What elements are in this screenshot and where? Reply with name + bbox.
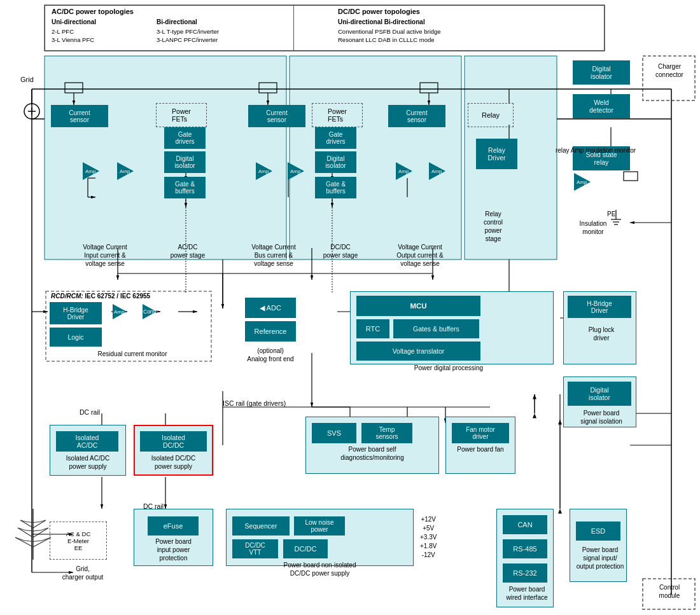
comp-rcm: Comp: [141, 304, 165, 321]
mcu-block: MCU: [356, 296, 480, 316]
amp2-left: Amp: [116, 162, 148, 181]
insulation-monitor-label: Insulationmonitor: [561, 219, 625, 236]
dc-uni-bi-label: Uni-directional Bi-directional: [338, 18, 425, 25]
esd-block: ESD: [576, 522, 620, 541]
power-board-signal-isolation-label: Power boardsignal isolation: [563, 409, 640, 425]
uni-items: 2-L PFC3-L Vienna PFC: [52, 27, 94, 45]
h-bridge-driver-2: H-BridgeDriver: [568, 296, 631, 318]
svg-text:Amp: Amp: [120, 169, 130, 174]
power-board-non-isolated-label: Power board non-isolatedDC/DC power supp…: [226, 561, 414, 577]
efuse-block: eFuse: [148, 516, 199, 536]
grid-label: Grid: [20, 75, 34, 84]
svg-rect-18: [259, 83, 277, 93]
control-module-label: Controlmodule: [645, 583, 694, 600]
dc-items: Conventional PSFB Dual active bridgeReso…: [338, 27, 441, 45]
svg-line-29: [33, 528, 48, 537]
amp2-right: Amp: [428, 162, 459, 181]
unidirectional-label: Uni-directional: [52, 18, 96, 25]
relay-box: Relay: [468, 103, 514, 127]
svg-line-31: [33, 537, 51, 547]
rs232-block: RS-232: [503, 563, 547, 583]
ac-dc-power-stage-label: AC/DCpower stage: [159, 243, 216, 259]
amp-rcm: Amp: [111, 304, 136, 321]
svg-text:Amp: Amp: [258, 169, 269, 174]
dc-dc-title: DC/DC power topologies: [338, 8, 420, 15]
voltage-current-output-label: Voltage CurrentOutput current &voltage s…: [382, 243, 458, 268]
voltage-current-bus-label: Voltage CurrentBus current &voltage sens…: [239, 243, 309, 268]
power-board-fan-label: Power board fan: [445, 445, 515, 453]
ac-dc-e-meter-box: AC & DCE-MeterEE: [50, 522, 107, 560]
can-block: CAN: [503, 515, 547, 534]
power-board-signal-input-output-label: Power boardsignal input/output protectio…: [568, 546, 632, 570]
svg-text:Amp: Amp: [290, 169, 301, 174]
isc-rail-label: ISC rail (gate drivers): [223, 399, 286, 408]
amp-solid-state: Amp: [573, 173, 605, 192]
logic-block: Logic: [50, 328, 102, 347]
plug-lock-driver-label: Plug lockdriver: [566, 326, 636, 342]
amp1-right: Amp: [395, 162, 426, 181]
power-board-wired-interface-label: Power boardwired interface: [495, 585, 559, 602]
power-fets-1: PowerFETs: [156, 103, 207, 127]
digital-isolator-2: Digitalisolator: [315, 151, 356, 173]
dc-dc-vtt-block: DC/DCVTT: [232, 539, 278, 558]
isolated-ac-dc-block: IsolatedAC/DC: [56, 431, 118, 452]
gates-buffers-block: Gates & buffers: [393, 319, 479, 338]
power-digital-processing-label: Power digital processing: [350, 364, 547, 372]
diagram-container: AC/DC power topologies DC/DC power topol…: [0, 0, 700, 615]
svg-line-26: [20, 520, 33, 528]
gate-drivers-2: Gatedrivers: [315, 127, 356, 149]
isolated-ac-dc-label: Isolated AC/DCpower supply: [50, 454, 126, 471]
digital-isolator-top-right: Digitalisolator: [573, 60, 630, 85]
svg-text:Amp: Amp: [398, 169, 409, 174]
current-sensor-2: Currentsensor: [248, 105, 305, 127]
svg-text:Amp: Amp: [431, 169, 442, 174]
residual-current-monitor-label: Residual current monitor: [50, 350, 215, 358]
svg-text:Amp: Amp: [577, 179, 587, 185]
dc-dc-power-stage-label: DC/DCpower stage: [312, 243, 369, 259]
svg-text:Comp: Comp: [143, 308, 158, 315]
reference-block: Reference: [245, 321, 296, 342]
isolated-dc-dc-label: Isolated DC/DCpower supply: [134, 454, 213, 471]
isolated-dc-dc-block: IsolatedDC/DC: [140, 431, 207, 452]
relay-amp-insulation-label: relay Amp Insulation monitor: [554, 146, 637, 155]
analog-front-end-label: (optional)Analog front end: [235, 347, 305, 363]
svs-block: SVS: [312, 423, 356, 443]
weld-detector: Welddetector: [573, 94, 630, 118]
temp-sensors-block: Tempsensors: [361, 423, 412, 443]
gate-buffers-2: Gate &buffers: [315, 177, 356, 198]
svg-point-8: [24, 104, 39, 119]
amp1-mid: Amp: [255, 162, 286, 181]
rs485-block: RS-485: [503, 539, 547, 558]
sequencer-block: Sequencer: [232, 516, 290, 536]
rtc-block: RTC: [356, 319, 389, 338]
fan-motor-driver: Fan motordriver: [452, 423, 509, 443]
grid-charger-output-label: Grid,charger output: [57, 565, 108, 581]
charger-connector-label: Chargerconnector: [645, 62, 694, 79]
voltage-current-input-label: Voltage CurrentInput current &voltage se…: [51, 243, 159, 268]
svg-text:Amp: Amp: [85, 169, 96, 174]
h-bridge-driver-1: H-BridgeDriver: [50, 302, 102, 324]
ac-dc-title: AC/DC power topologies: [52, 8, 134, 15]
voltages-label: +12V+5V+3.3V+1.8V-12V: [420, 515, 437, 560]
digital-isolator-1: Digitalisolator: [164, 151, 206, 173]
svg-line-28: [18, 528, 33, 537]
rcd-rcm-label: RCD/RCM: IEC 62752 / IEC 62955: [51, 293, 150, 300]
power-board-input-protection-label: Power boardinput powerprotection: [134, 537, 213, 562]
gate-buffers-1: Gate &buffers: [164, 177, 206, 198]
low-noise-power-block: Low noisepower: [294, 516, 345, 536]
amp1-left: Amp: [81, 162, 113, 181]
bidirectional-label: Bi-directional: [157, 18, 197, 25]
svg-rect-17: [65, 83, 83, 93]
bi-items: 3-L T-type PFC/inverter3-LANPC PFC/inver…: [157, 27, 219, 45]
voltage-translator-block: Voltage translator: [356, 342, 480, 361]
current-sensor-3: Currentsensor: [388, 105, 445, 127]
svg-rect-20: [624, 172, 638, 181]
current-sensor-1: Currentsensor: [51, 105, 108, 127]
pe-label: PE: [607, 210, 615, 218]
svg-rect-19: [420, 83, 438, 93]
adc-block: ◀ ADC: [245, 298, 296, 318]
amp2-mid: Amp: [286, 162, 318, 181]
svg-text:Amp: Amp: [114, 309, 125, 315]
relay-control-label: Relaycontrolpowerstage: [465, 210, 522, 243]
relay-driver: RelayDriver: [476, 139, 517, 169]
